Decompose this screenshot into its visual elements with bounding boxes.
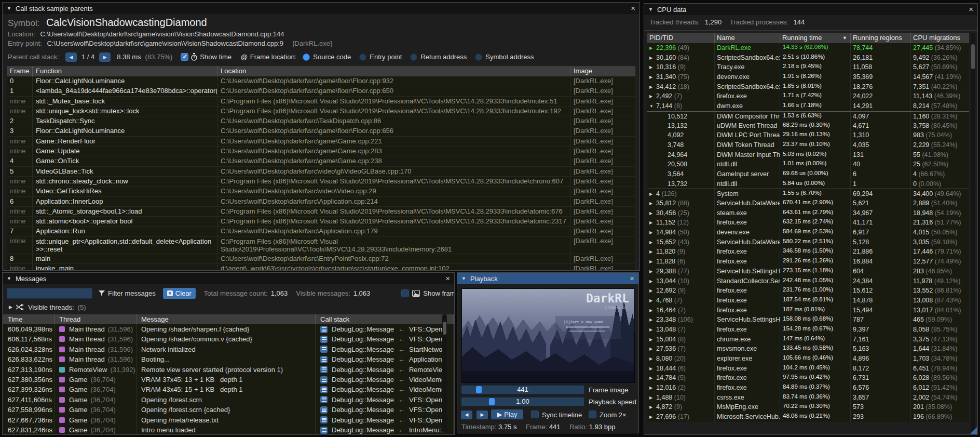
message-row[interactable]: 627,399,326ns Game(36,704) VRAM 43x45: 1… — [3, 385, 454, 394]
process-row[interactable]: ▶16,464 (7) firefox.exe 187 ms (0.81%) 1… — [647, 306, 969, 315]
process-pid-cell[interactable]: 13,732 — [647, 179, 715, 189]
process-row[interactable]: ▶11,828 (6) firefox.exe 291.26 ms (1.26%… — [647, 257, 969, 267]
frame-row[interactable]: 5 VideoGLBase::Tick C:\Users\wolf\Deskto… — [7, 167, 635, 177]
messages-scroll-thumb[interactable] — [443, 322, 446, 335]
message-row[interactable]: 626,833,622ns Main thread(31,596) Bootin… — [3, 354, 454, 364]
frame-function[interactable]: Application::Run — [33, 227, 217, 236]
process-row[interactable]: ▶2,492 (7) firefox.exe 1.71 s (7.42%) 24… — [647, 91, 969, 101]
frame-row[interactable]: inline std::_Atomic_storage<bool,1>::loa… — [7, 207, 635, 217]
frame-function[interactable]: std::unique_ptr<Application,std::default… — [33, 237, 217, 254]
process-row[interactable]: ▶14,784 (5) firefox.exe 97.95 ms (0.42%)… — [647, 373, 969, 383]
process-row[interactable]: 3,748 DWM Token Thread 23.37 ms (0.10%) … — [647, 140, 969, 150]
resize-grip[interactable] — [970, 427, 977, 434]
process-pid-cell[interactable]: ▶22,396 (49) — [647, 43, 715, 53]
message-callstack[interactable]: DebugLog::Message ← VideoMemo — [316, 385, 454, 394]
frame-row[interactable]: 2 TaskDispatch::Sync C:\Users\wolf\Deskt… — [7, 116, 635, 126]
process-row[interactable]: ▶22,396 (49) DarkRL.exe 14.33 s (62.06%)… — [647, 43, 969, 53]
frame-row[interactable]: inline std::unique_ptr<Application,std::… — [7, 237, 635, 254]
process-row[interactable]: ▶35,812 (88) ServiceHub.DataWarehou 670.… — [647, 198, 969, 208]
play-button[interactable]: ▶ Play — [491, 409, 523, 419]
callstack-list-icon[interactable] — [320, 336, 328, 343]
callstack-list-icon[interactable] — [320, 366, 328, 373]
process-row[interactable]: ▶10,316 (9) Tracy.exe 2.18 s (9.45%) 11,… — [647, 62, 969, 72]
callstack-list-icon[interactable] — [320, 346, 328, 353]
col-running-time[interactable]: Running time▼ — [780, 33, 851, 43]
process-pid-cell[interactable]: ▶8,080 (20) — [647, 354, 715, 364]
process-pid-cell[interactable]: 24,964 — [647, 150, 715, 160]
expand-icon[interactable]: ▶ — [649, 63, 656, 72]
frame-row[interactable]: inline invoke_main d:\agent\_work\63\s\s… — [7, 264, 635, 271]
collapse-icon[interactable]: ▼ — [461, 276, 466, 281]
expand-icon[interactable]: ▶ — [649, 238, 656, 247]
frame-row[interactable]: 4 Game::OnTick C:\Users\wolf\Desktop\dar… — [7, 156, 635, 166]
close-icon[interactable]: × — [969, 4, 973, 15]
frame-row[interactable]: 1 <lambda_84a19dc444fae966ca174e83e708bd… — [7, 86, 635, 96]
close-icon[interactable]: × — [631, 3, 635, 14]
process-row[interactable]: ▶29,388 (77) ServiceHub.SettingsHost 273… — [647, 267, 969, 276]
process-pid-cell[interactable]: ▶11,820 (9) — [647, 247, 715, 257]
process-row[interactable]: ▶12,016 (2) firefox.exe 84.89 ms (0.37%)… — [647, 383, 969, 393]
col-running-regions[interactable]: Running regions — [851, 33, 911, 43]
message-callstack[interactable]: DebugLog::Message ← VFS::Open — [316, 415, 454, 425]
callstack-list-icon[interactable] — [320, 396, 328, 403]
process-pid-cell[interactable]: ▶12,016 (2) — [647, 383, 715, 393]
radio-entry-point-label[interactable]: Entry point — [370, 53, 402, 61]
process-pid-cell[interactable]: ▶12,692 (9) — [647, 286, 715, 296]
close-icon[interactable]: × — [630, 273, 634, 284]
message-row[interactable]: 606,117,568ns Main thread(31,596) Openin… — [3, 334, 454, 344]
callstack-list-icon[interactable] — [320, 386, 328, 393]
collapse-icon[interactable]: ▼ — [648, 7, 653, 12]
message-callstack[interactable]: DebugLog::Message ← VFS::Open — [316, 334, 454, 344]
process-pid-cell[interactable]: ▶23,348 (106) — [647, 315, 715, 325]
process-pid-cell[interactable]: ▶16,464 (7) — [647, 306, 715, 315]
frame-row[interactable]: 0 Floor::CalcLightNoLuminance C:\Users\w… — [7, 76, 635, 86]
show-frame-label[interactable]: Show frame — [423, 289, 455, 297]
frame-function[interactable]: VideoGLBase::Tick — [33, 167, 217, 176]
frame-function[interactable]: std::unique_lock<std::mutex>::lock — [33, 107, 217, 116]
process-row[interactable]: ▶30,160 (84) ScriptedSandbox64.exe 2.51 … — [647, 53, 969, 63]
process-pid-cell[interactable]: ▶29,388 (77) — [647, 267, 715, 276]
frame-function[interactable]: Video::GetTicksHiRes — [33, 187, 217, 196]
process-row[interactable]: ▶13,048 (7) firefox.exe 154.28 ms (0.67%… — [647, 325, 969, 335]
process-row[interactable]: ▶11,152 (12) firefox.exe 632.15 ms (2.74… — [647, 218, 969, 228]
expand-icon[interactable]: ▶ — [649, 413, 656, 422]
zoom-2x-checkbox[interactable] — [589, 410, 596, 418]
process-pid-cell[interactable]: 10,512 — [647, 112, 715, 121]
col-pid-tid[interactable]: PID/TID — [647, 33, 715, 43]
expand-icon[interactable]: ▶ — [649, 306, 656, 315]
expand-icon[interactable]: ▶ — [649, 92, 656, 101]
callstack-list-icon[interactable] — [320, 416, 328, 423]
frame-function[interactable]: std::_Atomic_storage<bool,1>::load — [33, 207, 217, 216]
radio-source-code[interactable] — [303, 54, 310, 61]
frame-row[interactable]: 8 main C:\Users\wolf\Desktop\darkrl\src\… — [7, 254, 635, 264]
process-pid-cell[interactable]: ▶13,044 (10) — [647, 276, 715, 286]
process-row[interactable]: ▶4,872 (9) MsMpEng.exe 70.22 ms (0.30%) … — [647, 402, 969, 412]
frame-row[interactable]: inline Game::RenderFloor C:\Users\wolf\D… — [7, 137, 635, 147]
process-pid-cell[interactable]: ▶14,984 (50) — [647, 228, 715, 237]
process-row[interactable]: 13,732 ntdll.dll 5.84 us (0.00%) 1 0 (0.… — [647, 179, 969, 189]
expand-icon[interactable]: ▶ — [649, 335, 656, 345]
collapse-icon[interactable]: ▼ — [7, 276, 11, 281]
process-pid-cell[interactable]: ▶13,048 (7) — [647, 325, 715, 335]
message-callstack[interactable]: DebugLog::Message ← VFS::Open — [316, 324, 454, 334]
expand-icon[interactable]: ▶ — [649, 218, 656, 228]
process-pid-cell[interactable]: ▶30,160 (84) — [647, 53, 715, 63]
visible-threads-label[interactable]: Visible threads: — [28, 303, 74, 311]
expand-icon[interactable]: ▶ — [649, 228, 656, 237]
process-pid-cell[interactable]: ▶27,536 (7) — [647, 344, 715, 354]
process-row[interactable]: ▶27,696 (17) Microsoft.ServiceHub.Co 48.… — [647, 412, 969, 422]
next-stack-button[interactable]: ▶ — [99, 52, 111, 62]
process-pid-cell[interactable]: 3,748 — [647, 140, 715, 150]
frame-row[interactable]: inline Game::Update C:\Users\wolf\Deskto… — [7, 147, 635, 156]
frame-row[interactable]: inline Video::GetTicksHiRes C:\Users\wol… — [7, 187, 635, 196]
frame-function[interactable]: Application::InnerLoop — [33, 197, 217, 206]
process-row[interactable]: ▶31,340 (75) devenv.exe 1.91 s (8.26%) 3… — [647, 72, 969, 82]
message-callstack[interactable]: DebugLog::Message ← IntroMenu:: — [316, 425, 454, 435]
process-pid-cell[interactable]: ▶18,444 (6) — [647, 364, 715, 374]
frame-function[interactable]: std::atomic<bool>::operator bool — [33, 217, 217, 226]
process-row[interactable]: ▼7,144 (8) dwm.exe 1.66 s (7.18%) 14,291… — [647, 101, 969, 111]
col-cpu-migrations[interactable]: CPU migrations — [911, 33, 969, 43]
process-row[interactable]: ▶1,488 (10) csrss.exe 83.74 ms (0.36%) 3… — [647, 393, 969, 403]
expand-icon[interactable]: ▶ — [649, 199, 656, 208]
col-name[interactable]: Name — [715, 33, 780, 43]
